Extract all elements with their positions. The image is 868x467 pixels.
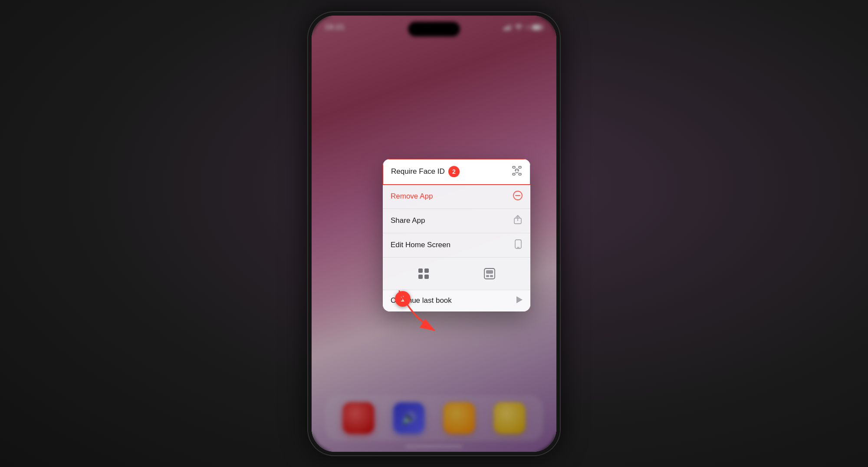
face-id-icon [512, 166, 522, 178]
remove-app-label: Remove App [391, 192, 433, 201]
require-face-id-label: Require Face ID [391, 167, 445, 176]
svg-rect-8 [519, 166, 521, 168]
phone-screen: 19:21 73 [312, 16, 556, 452]
edit-home-screen-item[interactable]: Edit Home Screen [383, 233, 530, 258]
svg-rect-19 [424, 268, 429, 273]
svg-rect-18 [418, 268, 423, 273]
svg-point-12 [518, 170, 519, 171]
require-face-id-left: Require Face ID 2 [391, 166, 460, 177]
edit-home-screen-label: Edit Home Screen [391, 241, 450, 249]
remove-app-item[interactable]: Remove App [383, 185, 530, 209]
share-app-label: Share App [391, 216, 425, 225]
svg-rect-7 [513, 166, 515, 168]
phone-screen-icon [514, 239, 523, 251]
badge-2: 2 [448, 166, 460, 177]
phone-body: 19:21 73 [308, 12, 560, 455]
widget-icon[interactable] [479, 263, 500, 285]
svg-rect-24 [486, 275, 489, 277]
minus-circle-icon [513, 191, 523, 202]
svg-point-11 [515, 170, 516, 171]
svg-marker-26 [516, 296, 523, 303]
svg-rect-23 [486, 270, 493, 274]
svg-rect-10 [519, 173, 521, 175]
share-app-item[interactable]: Share App [383, 209, 530, 233]
svg-rect-25 [490, 275, 493, 277]
annotation-arrow-1 [378, 278, 456, 339]
play-icon [516, 296, 523, 305]
require-face-id-item[interactable]: Require Face ID 2 [383, 159, 530, 185]
svg-rect-9 [513, 173, 515, 175]
scene: 19:21 73 [0, 0, 868, 467]
share-icon [513, 215, 523, 227]
